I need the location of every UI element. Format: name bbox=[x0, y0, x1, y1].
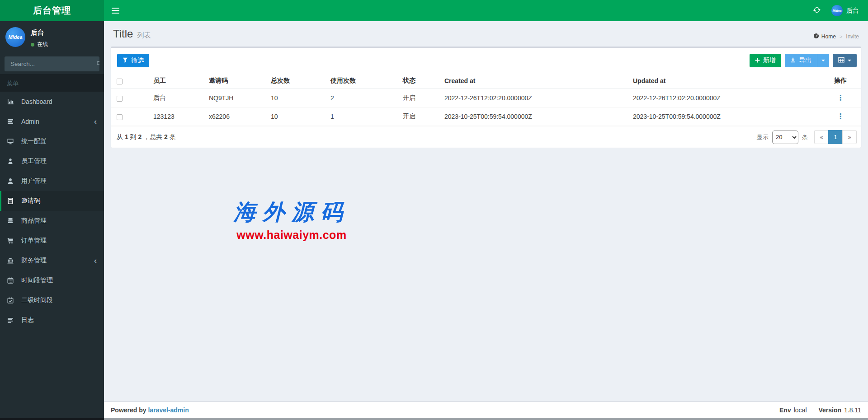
tasks-icon bbox=[7, 118, 17, 125]
search-icon bbox=[96, 61, 99, 68]
sidebar: Midea 后台 在线 菜单 Dashboard Adm bbox=[0, 21, 104, 418]
col-updated-at: Updated at bbox=[629, 73, 820, 89]
desktop-icon bbox=[7, 138, 17, 145]
calculator-icon bbox=[7, 198, 17, 204]
cell-total-times: 10 bbox=[267, 89, 327, 107]
search-button[interactable] bbox=[96, 56, 99, 71]
page-next-button[interactable]: » bbox=[842, 130, 857, 144]
search-input[interactable] bbox=[5, 56, 96, 71]
cell-created-at: 2023-10-25T00:59:54.000000Z bbox=[441, 107, 629, 126]
main-content: 筛选 新增 导出 bbox=[104, 47, 868, 401]
sidebar-item-employee-mgmt[interactable]: 员工管理 bbox=[0, 151, 104, 171]
bank-icon bbox=[7, 257, 17, 264]
navbar-user-menu[interactable]: Midea 后台 bbox=[827, 0, 868, 21]
laravel-admin-link[interactable]: laravel-admin bbox=[148, 406, 189, 414]
chevron-left-icon: ‹ bbox=[94, 257, 100, 264]
content-header: Title列表 Home > Invite bbox=[104, 21, 868, 47]
sidebar-user-status: 在线 bbox=[31, 41, 48, 48]
sidebar-item-logs[interactable]: 日志 bbox=[0, 310, 104, 330]
calendar-icon bbox=[7, 277, 17, 284]
calendar-check-icon bbox=[7, 297, 17, 303]
row-actions-button[interactable]: ⋮ bbox=[837, 112, 844, 120]
col-total-times: 总次数 bbox=[267, 73, 327, 89]
sidebar-item-dashboard[interactable]: Dashboard bbox=[0, 92, 104, 112]
row-checkbox[interactable] bbox=[117, 96, 123, 102]
breadcrumb: Home > Invite bbox=[813, 33, 859, 40]
select-all-checkbox[interactable] bbox=[117, 79, 123, 84]
cell-employee: 123123 bbox=[150, 107, 205, 126]
grid-footer: 从 1 到 2 ，总共 2 条 显示 20 条 « 1 » bbox=[111, 126, 861, 148]
cell-created-at: 2022-12-26T12:02:20.000000Z bbox=[441, 89, 629, 107]
col-actions: 操作 bbox=[820, 73, 861, 89]
cell-updated-at: 2022-12-26T12:02:20.000000Z bbox=[629, 89, 820, 107]
grid-toolbar: 筛选 新增 导出 bbox=[111, 48, 861, 73]
sidebar-item-order-mgmt[interactable]: 订单管理 bbox=[0, 231, 104, 251]
row-actions-button[interactable]: ⋮ bbox=[837, 94, 844, 102]
sidebar-search-form bbox=[5, 56, 99, 71]
sidebar-item-timeslot-mgmt[interactable]: 时间段管理 bbox=[0, 271, 104, 290]
sidebar-user-name: 后台 bbox=[31, 28, 48, 37]
col-status: 状态 bbox=[399, 73, 441, 89]
chevron-left-icon: ‹ bbox=[94, 118, 100, 125]
navbar-avatar: Midea bbox=[831, 5, 843, 16]
sidebar-item-user-mgmt[interactable]: 用户管理 bbox=[0, 171, 104, 191]
powered-by-text: Powered by bbox=[111, 406, 146, 414]
cart-icon bbox=[7, 238, 17, 244]
cell-status: 开启 bbox=[399, 107, 441, 126]
cell-invite-code: x62206 bbox=[205, 107, 267, 126]
export-button[interactable]: 导出 bbox=[785, 54, 817, 67]
pager: « 1 » bbox=[815, 130, 857, 144]
sidebar-item-secondary-timeslot[interactable]: 二级时间段 bbox=[0, 290, 104, 310]
cell-used-times: 2 bbox=[327, 89, 399, 107]
watermark-line1: 海外源码 bbox=[219, 197, 364, 227]
user-md-icon bbox=[7, 158, 17, 164]
download-icon bbox=[790, 57, 796, 64]
user-icon bbox=[7, 178, 17, 184]
plus-icon bbox=[755, 57, 760, 64]
export-dropdown-button[interactable] bbox=[817, 54, 829, 67]
col-employee: 员工 bbox=[150, 73, 205, 89]
refresh-button[interactable] bbox=[807, 0, 827, 21]
per-page-select[interactable]: 20 bbox=[772, 131, 798, 144]
table-row: 后台 NQ9TJH 10 2 开启 2022-12-26T12:02:20.00… bbox=[111, 89, 861, 107]
cell-total-times: 10 bbox=[267, 107, 327, 126]
online-status-dot bbox=[31, 43, 34, 47]
page-current-button[interactable]: 1 bbox=[828, 130, 843, 144]
table-header-row: 员工 邀请码 总次数 使用次数 状态 Created at Updated at… bbox=[111, 73, 861, 89]
table-row: 123123 x62206 10 1 开启 2023-10-25T00:59:5… bbox=[111, 107, 861, 126]
bar-chart-icon bbox=[7, 98, 17, 105]
cell-used-times: 1 bbox=[327, 107, 399, 126]
page-prev-button[interactable]: « bbox=[814, 130, 829, 144]
dashboard-icon bbox=[813, 33, 819, 40]
breadcrumb-current: Invite bbox=[846, 33, 859, 40]
env-value: local bbox=[794, 406, 807, 414]
row-checkbox[interactable] bbox=[117, 114, 123, 120]
sidebar-item-invite-code[interactable]: 邀请码 bbox=[0, 191, 104, 211]
table-icon bbox=[838, 57, 844, 64]
breadcrumb-home[interactable]: Home bbox=[813, 33, 836, 40]
bottom-edge-strip bbox=[0, 418, 868, 420]
sidebar-toggle-button[interactable] bbox=[104, 0, 127, 21]
watermark: 海外源码 www.haiwaiym.com bbox=[219, 197, 364, 242]
sidebar-item-product-mgmt[interactable]: 商品管理 bbox=[0, 211, 104, 231]
app-logo[interactable]: 后台管理 bbox=[0, 0, 104, 21]
sidebar-menu: Dashboard Admin ‹ 统一配置 员工管理 用户管理 bbox=[0, 92, 104, 330]
col-used-times: 使用次数 bbox=[327, 73, 399, 89]
cell-invite-code: NQ9TJH bbox=[205, 89, 267, 107]
add-button[interactable]: 新增 bbox=[750, 54, 781, 67]
online-status-label: 在线 bbox=[37, 41, 48, 48]
sidebar-item-finance-mgmt[interactable]: 财务管理 ‹ bbox=[0, 251, 104, 271]
filter-button[interactable]: 筛选 bbox=[117, 54, 149, 67]
column-selector-button[interactable] bbox=[833, 54, 857, 67]
hamburger-icon bbox=[112, 8, 119, 9]
pagination-summary: 从 1 到 2 ，总共 2 条 bbox=[117, 133, 176, 141]
sidebar-avatar: Midea bbox=[5, 27, 25, 47]
cell-updated-at: 2023-10-25T00:59:54.000000Z bbox=[629, 107, 820, 126]
sidebar-item-unified-config[interactable]: 统一配置 bbox=[0, 131, 104, 151]
cell-status: 开启 bbox=[399, 89, 441, 107]
col-created-at: Created at bbox=[441, 73, 629, 89]
sidebar-item-admin[interactable]: Admin ‹ bbox=[0, 112, 104, 131]
page-subtitle: 列表 bbox=[137, 31, 151, 39]
caret-down-icon bbox=[821, 60, 825, 61]
page-title: Title bbox=[113, 28, 133, 40]
